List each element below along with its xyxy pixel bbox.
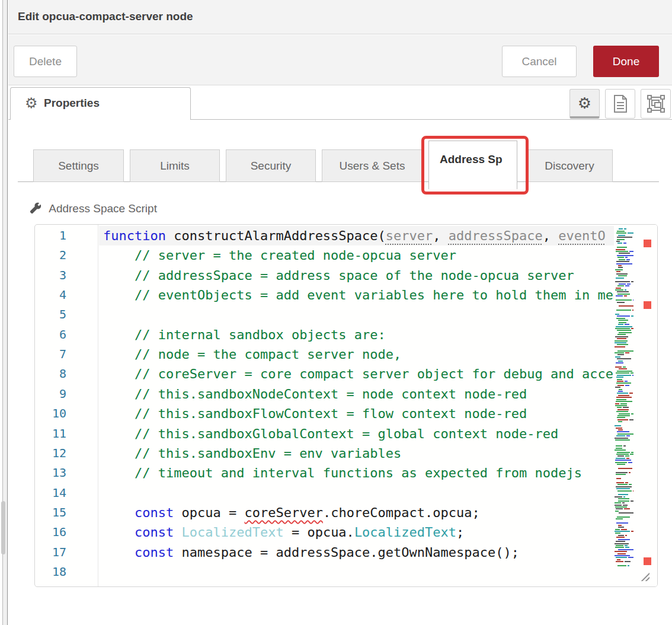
tab-users-sets[interactable]: Users & Sets	[322, 149, 423, 182]
minimap-line	[624, 508, 630, 509]
minimap-line	[617, 334, 626, 335]
line-number: 13	[34, 463, 66, 483]
page-scrollbar-thumb[interactable]	[1, 501, 5, 554]
minimap-line	[615, 342, 626, 343]
minimap-line	[625, 289, 626, 291]
minimap-line	[615, 387, 620, 388]
minimap-line	[623, 366, 626, 368]
minimap-line	[617, 490, 631, 492]
minimap-line	[616, 249, 625, 250]
code-editor[interactable]: 12345678910111213141516171819 function c…	[34, 224, 658, 587]
minimap-line	[615, 555, 630, 556]
minimap-line	[617, 409, 629, 410]
gear-icon: ⚙	[25, 95, 38, 111]
tab-settings[interactable]: Settings	[33, 149, 124, 182]
minimap[interactable]	[614, 225, 633, 587]
minimap-line	[616, 537, 625, 538]
minimap-line	[615, 449, 626, 451]
code-line: // this.sandboxGlobalContext = global co…	[99, 424, 648, 444]
minimap-line	[617, 516, 631, 518]
minimap-line	[624, 295, 627, 296]
minimap-line	[615, 502, 621, 503]
minimap-line	[616, 299, 631, 301]
minimap-line	[625, 352, 629, 353]
description-icon-button[interactable]	[605, 89, 635, 119]
editor-tab-bar: ⚙ Properties ⚙	[8, 85, 672, 120]
code-line	[99, 305, 648, 324]
description-icon	[613, 95, 628, 113]
minimap-line	[616, 557, 627, 558]
cancel-button[interactable]: Cancel	[502, 46, 577, 77]
minimap-line	[617, 559, 620, 560]
minimap-line	[625, 385, 629, 386]
minimap-line	[618, 320, 628, 321]
tab-discovery[interactable]: Discovery	[526, 149, 613, 182]
line-number: 6	[34, 325, 66, 345]
minimap-line	[616, 445, 622, 447]
minimap-line	[618, 549, 633, 550]
minimap-line	[629, 472, 631, 473]
minimap-line	[622, 502, 624, 503]
minimap-line	[617, 243, 622, 244]
tab-address-space[interactable]: Address Sp	[428, 141, 517, 189]
minimap-line	[628, 462, 632, 463]
minimap-line	[626, 458, 629, 459]
minimap-line	[617, 257, 624, 258]
minimap-line	[623, 407, 628, 408]
tab-properties[interactable]: ⚙ Properties	[10, 87, 191, 120]
line-number: 18	[34, 562, 66, 582]
minimap-line	[618, 539, 631, 540]
minimap-line	[615, 346, 625, 347]
minimap-line	[617, 553, 626, 554]
minimap-line	[617, 393, 628, 394]
minimap-line	[625, 381, 627, 382]
properties-tab-label: Properties	[44, 97, 100, 110]
tab-security[interactable]: Security	[226, 149, 316, 182]
minimap-line	[625, 482, 628, 483]
minimap-line	[618, 395, 629, 396]
minimap-line	[625, 257, 628, 258]
minimap-line	[618, 265, 622, 266]
line-number: 17	[34, 543, 66, 562]
minimap-line	[616, 399, 626, 400]
tab-limits[interactable]: Limits	[130, 149, 220, 182]
overview-ruler	[633, 225, 658, 587]
minimap-line	[616, 278, 624, 279]
minimap-line	[616, 508, 623, 509]
minimap-line	[616, 411, 628, 412]
line-number: 19	[34, 582, 66, 587]
code-text-area[interactable]: function constructAlarmAddressSpace(serv…	[99, 225, 648, 587]
minimap-line	[616, 310, 631, 311]
minimap-line	[627, 283, 631, 285]
done-button[interactable]: Done	[593, 46, 659, 77]
minimap-line	[618, 525, 622, 526]
minimap-line	[616, 318, 625, 319]
wrench-icon	[30, 202, 41, 214]
minimap-line	[615, 547, 624, 548]
line-number: 4	[34, 285, 66, 305]
minimap-line	[617, 484, 628, 485]
minimap-line	[629, 484, 632, 485]
minimap-line	[617, 237, 632, 238]
appearance-icon-button[interactable]	[641, 89, 671, 119]
minimap-line	[619, 389, 622, 390]
script-label-text: Address Space Script	[49, 202, 157, 215]
minimap-line	[621, 529, 627, 530]
dialog-header: Edit opcua-compact-server node	[8, 0, 672, 34]
minimap-line	[618, 500, 629, 502]
minimap-line	[616, 472, 628, 473]
delete-button[interactable]: Delete	[14, 46, 77, 77]
line-number-gutter: 12345678910111213141516171819	[35, 225, 98, 587]
properties-icon-button[interactable]: ⚙	[569, 89, 600, 119]
minimap-line	[616, 241, 620, 242]
minimap-line	[616, 428, 622, 429]
minimap-line	[616, 541, 625, 542]
minimap-line	[616, 454, 629, 455]
line-number: 14	[34, 483, 66, 503]
minimap-line	[616, 486, 632, 487]
minimap-line	[616, 545, 623, 546]
minimap-line	[617, 417, 626, 418]
minimap-line	[617, 379, 622, 380]
line-number: 10	[34, 404, 66, 423]
minimap-line	[619, 259, 626, 260]
